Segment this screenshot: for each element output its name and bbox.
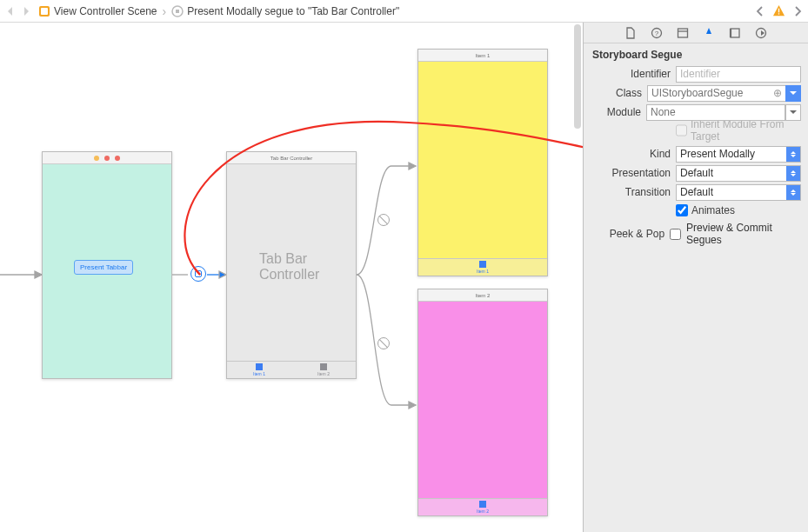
chevron-down-icon[interactable] [785, 104, 801, 121]
scene-title: Tab Bar Controller [270, 156, 312, 161]
forward-icon[interactable] [19, 4, 33, 18]
svg-rect-5 [778, 13, 779, 14]
scene-titlebar: Tab Bar Controller [227, 152, 356, 164]
vertical-scrollbar[interactable] [572, 23, 583, 532]
svg-rect-16 [678, 29, 688, 37]
tab-bar: Item 1 [418, 258, 547, 276]
item2-scene[interactable]: Item 2 Item 2 [417, 289, 548, 516]
relationship-symbol[interactable] [377, 337, 390, 349]
jump-bar-segment-segue[interactable]: Present Modally segue to "Tab Bar Contro… [168, 5, 403, 17]
svg-rect-18 [731, 29, 739, 37]
jump-bar-segment-scene[interactable]: View Controller Scene [35, 5, 161, 17]
inherit-module-label: Inherit Module From Target [691, 118, 801, 143]
animates-checkbox[interactable] [676, 204, 688, 216]
segue-present-modally-symbol[interactable] [190, 266, 206, 282]
module-label: Module [591, 106, 641, 118]
scene-titlebar: Item 2 [418, 289, 547, 302]
workarea: Present Tabbar Tab Bar Controller Tab Ba… [0, 23, 808, 532]
tab-item-2[interactable]: Item 2 [291, 362, 356, 378]
next-issue-icon[interactable] [791, 4, 805, 18]
dot-icon [104, 156, 110, 161]
segue-form: Identifier Class ⊕ [584, 64, 808, 243]
tab-icon [320, 363, 327, 370]
jump-bar-label: Present Modally segue to "Tab Bar Contro… [187, 5, 399, 17]
module-field[interactable] [646, 104, 785, 121]
scene-title: Item 1 [476, 53, 491, 58]
tab-icon [479, 501, 486, 508]
item1-scene[interactable]: Item 1 Item 1 [417, 49, 548, 276]
jump-bar-label: View Controller Scene [54, 5, 157, 17]
scene-titlebar: Item 1 [418, 50, 547, 62]
segue-icon [171, 5, 184, 17]
inspector-tabs: ? [584, 23, 808, 43]
transition-label: Transition [591, 186, 671, 198]
tab-item-2[interactable]: Item 2 [418, 499, 547, 515]
svg-rect-4 [778, 9, 779, 13]
preview-commit-checkbox[interactable] [670, 229, 681, 240]
warning-icon[interactable] [772, 4, 785, 17]
scrollbar-thumb[interactable] [574, 24, 581, 129]
svg-text:?: ? [655, 30, 659, 37]
tab-bar: Item 1 Item 2 [227, 361, 356, 378]
initial-vc-arrow [0, 266, 42, 283]
kind-label: Kind [591, 148, 671, 160]
preview-commit-label: Preview & Commit Segues [686, 222, 801, 246]
tab-icon [256, 363, 263, 370]
jump-bar: View Controller Scene › Present Modally … [0, 0, 808, 23]
svg-marker-7 [35, 271, 42, 278]
transition-value: Default [680, 186, 713, 198]
relationship-symbol[interactable] [377, 214, 390, 226]
class-label: Class [591, 87, 642, 99]
tab-bar-controller-label: Tab Bar Controller [259, 251, 324, 283]
view-controller-scene-1[interactable]: Present Tabbar [42, 151, 172, 379]
inherit-module-checkbox [676, 124, 687, 136]
module-combobox[interactable] [646, 104, 801, 121]
chevron-right-icon: › [163, 4, 167, 18]
svg-marker-10 [219, 271, 226, 278]
stepper-icon [786, 166, 800, 181]
svg-marker-11 [409, 163, 416, 170]
kind-value: Present Modally [680, 148, 755, 160]
storyboard-canvas[interactable]: Present Tabbar Tab Bar Controller Tab Ba… [0, 23, 583, 532]
class-field[interactable] [647, 85, 785, 102]
tab-item-1[interactable]: Item 1 [418, 259, 547, 276]
scene-icon [38, 5, 50, 17]
presentation-popup[interactable]: Default [676, 165, 801, 182]
identity-inspector-tab[interactable] [676, 26, 690, 40]
prev-issue-icon[interactable] [753, 4, 767, 18]
help-inspector-tab[interactable]: ? [650, 26, 664, 40]
file-inspector-tab[interactable] [624, 26, 638, 40]
tab-label: Item 2 [477, 509, 489, 514]
stepper-icon [786, 185, 800, 200]
tab-bar: Item 2 [418, 498, 547, 515]
inherit-module-row: Inherit Module From Target [591, 122, 801, 139]
tab-label: Item 1 [253, 371, 265, 376]
presentation-value: Default [680, 167, 713, 179]
svg-marker-12 [409, 402, 416, 409]
identifier-label: Identifier [591, 68, 671, 80]
identifier-field[interactable] [676, 66, 801, 83]
transition-popup[interactable]: Default [676, 184, 801, 201]
tab-label: Item 2 [317, 371, 330, 376]
back-icon[interactable] [3, 4, 17, 18]
size-inspector-tab[interactable] [728, 26, 742, 40]
animates-row[interactable]: Animates [591, 202, 801, 219]
tab-item-1[interactable]: Item 1 [227, 362, 291, 378]
inspector-panel: ? Storyboard Segue Identifier [583, 23, 808, 532]
scene-titlebar [43, 152, 171, 164]
scene-title: Item 2 [476, 293, 491, 298]
svg-rect-3 [176, 10, 179, 13]
connections-inspector-tab[interactable] [754, 26, 768, 40]
present-tabbar-button[interactable]: Present Tabbar [74, 260, 133, 275]
tab-bar-controller-scene[interactable]: Tab Bar Controller Tab Bar Controller It… [226, 151, 357, 379]
presentation-label: Presentation [591, 167, 671, 179]
attributes-inspector-tab[interactable] [702, 26, 716, 40]
kind-popup[interactable]: Present Modally [676, 146, 801, 163]
class-combobox[interactable]: ⊕ [647, 85, 801, 102]
animates-label: Animates [691, 204, 735, 216]
tab-icon [479, 261, 486, 268]
chevron-down-icon[interactable] [785, 85, 801, 102]
relationship-wires [357, 153, 417, 422]
svg-rect-1 [41, 8, 48, 15]
tab-label: Item 1 [477, 269, 489, 274]
